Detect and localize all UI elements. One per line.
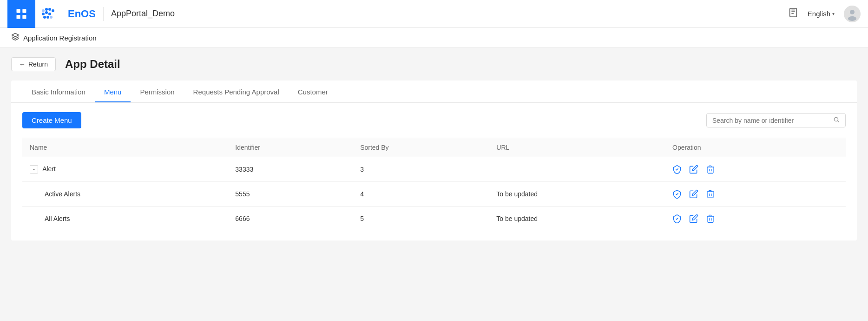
col-identifier: Identifier xyxy=(228,138,353,157)
svg-point-4 xyxy=(42,9,45,12)
logo-text: EnOS xyxy=(68,8,96,20)
return-button[interactable]: ← Return xyxy=(11,57,56,71)
svg-rect-2 xyxy=(17,15,20,19)
row-actions xyxy=(672,165,838,174)
cell-url: To be updated xyxy=(489,182,665,207)
col-operation: Operation xyxy=(665,138,846,157)
doc-icon[interactable] xyxy=(788,7,798,20)
breadcrumb: Application Registration xyxy=(0,28,868,48)
cell-operation xyxy=(665,207,846,231)
cell-sorted-by: 5 xyxy=(353,207,489,231)
svg-point-11 xyxy=(43,16,46,19)
permission-icon[interactable] xyxy=(672,189,682,199)
row-actions xyxy=(672,189,838,199)
tab-permission[interactable]: Permission xyxy=(131,80,184,102)
search-input[interactable] xyxy=(712,117,829,124)
svg-rect-1 xyxy=(22,9,26,13)
col-url: URL xyxy=(489,138,665,157)
table-row: All Alerts 6666 5 To be updated xyxy=(22,207,846,231)
cell-name: All Alerts xyxy=(22,207,228,231)
cell-name: - Alert xyxy=(22,157,228,182)
svg-point-12 xyxy=(46,16,49,19)
cell-operation xyxy=(665,157,846,182)
avatar[interactable] xyxy=(844,6,861,22)
cell-name: Active Alerts xyxy=(22,182,228,207)
enos-logo-dots xyxy=(41,7,64,21)
row-actions xyxy=(672,214,838,223)
apps-grid-button[interactable] xyxy=(7,0,35,28)
page-title: App Detail xyxy=(65,58,120,71)
svg-line-22 xyxy=(838,121,839,122)
cell-identifier: 6666 xyxy=(228,207,353,231)
edit-icon[interactable] xyxy=(689,214,698,223)
svg-point-10 xyxy=(48,13,51,15)
language-selector[interactable]: English ▾ xyxy=(808,10,835,18)
cell-identifier: 33333 xyxy=(228,157,353,182)
cell-url: To be updated xyxy=(489,207,665,231)
logo-area: EnOS xyxy=(41,7,104,21)
cell-url xyxy=(489,157,665,182)
header-right: English ▾ xyxy=(788,6,861,22)
cell-identifier: 5555 xyxy=(228,182,353,207)
chevron-down-icon: ▾ xyxy=(832,11,835,16)
arrow-left-icon: ← xyxy=(19,60,26,68)
svg-point-13 xyxy=(50,16,53,19)
app-name: AppPortal_Demo xyxy=(111,9,175,19)
svg-point-7 xyxy=(52,9,54,12)
create-menu-button[interactable]: Create Menu xyxy=(22,112,81,128)
delete-icon[interactable] xyxy=(706,165,715,174)
layers-icon xyxy=(11,33,20,43)
return-label: Return xyxy=(28,60,48,68)
svg-point-19 xyxy=(848,16,856,21)
table-header: Name Identifier Sorted By URL Operation xyxy=(22,138,846,157)
search-icon xyxy=(833,116,840,124)
tabs-bar: Basic Information Menu Permission Reques… xyxy=(11,80,857,103)
svg-rect-14 xyxy=(789,8,796,17)
breadcrumb-text: Application Registration xyxy=(23,34,97,42)
tab-requests-pending-approval[interactable]: Requests Pending Approval xyxy=(184,80,289,102)
svg-point-5 xyxy=(45,8,48,11)
cell-sorted-by: 4 xyxy=(353,182,489,207)
tab-content-menu: Create Menu Name Identifier xyxy=(11,103,857,241)
page-header: ← Return App Detail xyxy=(11,57,857,71)
toolbar: Create Menu xyxy=(22,112,846,128)
col-name: Name xyxy=(22,138,228,157)
delete-icon[interactable] xyxy=(706,214,715,223)
language-label: English xyxy=(808,10,830,18)
table-row: Active Alerts 5555 4 To be updated xyxy=(22,182,846,207)
col-sorted-by: Sorted By xyxy=(353,138,489,157)
tab-basic-information[interactable]: Basic Information xyxy=(22,80,95,102)
edit-icon[interactable] xyxy=(689,165,698,174)
header: EnOS AppPortal_Demo English ▾ xyxy=(0,0,868,28)
cell-operation xyxy=(665,182,846,207)
svg-point-18 xyxy=(850,10,855,14)
page-content: ← Return App Detail Basic Information Me… xyxy=(0,48,868,250)
tab-customer[interactable]: Customer xyxy=(289,80,337,102)
permission-icon[interactable] xyxy=(672,214,682,223)
svg-rect-3 xyxy=(22,15,26,19)
svg-marker-20 xyxy=(12,33,19,37)
table-body: - Alert 33333 3 xyxy=(22,157,846,231)
delete-icon[interactable] xyxy=(706,189,715,199)
app-detail-card: Basic Information Menu Permission Reques… xyxy=(11,80,857,241)
menu-table: Name Identifier Sorted By URL Operation … xyxy=(22,138,846,231)
svg-point-21 xyxy=(834,117,838,121)
header-left: EnOS AppPortal_Demo xyxy=(7,0,175,28)
svg-point-6 xyxy=(48,8,51,11)
svg-point-9 xyxy=(45,11,48,14)
tab-menu[interactable]: Menu xyxy=(95,80,131,102)
permission-icon[interactable] xyxy=(672,165,682,174)
edit-icon[interactable] xyxy=(689,189,698,199)
collapse-toggle[interactable]: - xyxy=(30,165,38,174)
table-row: - Alert 33333 3 xyxy=(22,157,846,182)
svg-point-8 xyxy=(42,13,45,15)
svg-rect-0 xyxy=(17,9,20,13)
cell-sorted-by: 3 xyxy=(353,157,489,182)
search-box xyxy=(706,113,846,127)
